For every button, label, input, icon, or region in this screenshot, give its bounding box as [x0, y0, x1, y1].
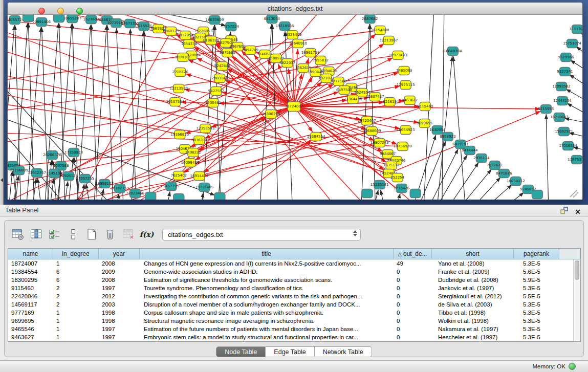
table-row[interactable]: 1872400712008Changes of HCN gene express…: [8, 259, 580, 268]
graph-node[interactable]: 10654112: [507, 177, 525, 186]
graph-node[interactable]: 9115460: [417, 102, 433, 111]
table-scrollbar[interactable]: [573, 259, 580, 341]
graph-node[interactable]: 10688609: [363, 127, 381, 136]
column-header-out_de[interactable]: △out_de...: [394, 249, 432, 259]
graph-node[interactable]: 16210643: [550, 113, 569, 122]
graph-node[interactable]: 20206576: [43, 151, 61, 160]
graph-node[interactable]: 12975115: [397, 81, 415, 90]
table-settings-icon[interactable]: [11, 228, 25, 242]
graph-node[interactable]: 1733426: [394, 184, 410, 193]
graph-node[interactable]: 16154808: [371, 26, 389, 35]
graph-node[interactable]: 9699695: [417, 119, 432, 128]
table-row[interactable]: 2242004622012Investigating the contribut…: [8, 292, 580, 300]
graph-node[interactable]: 24055724: [8, 16, 24, 25]
table-selector-dropdown[interactable]: citations_edges.txt: [162, 229, 361, 240]
graph-node[interactable]: [173, 194, 184, 200]
close-panel-icon[interactable]: ✕: [575, 208, 581, 215]
tab-network-table[interactable]: Network Table: [315, 346, 372, 357]
graph-node[interactable]: [145, 192, 156, 200]
column-header-title[interactable]: title: [140, 249, 394, 259]
graph-node[interactable]: 8813054: [264, 15, 280, 24]
graph-node[interactable]: 12444134: [553, 97, 572, 105]
network-window-titlebar[interactable]: citations_edges.txt: [8, 3, 582, 15]
graph-node[interactable]: [410, 189, 421, 198]
graph-node[interactable]: 12353593: [197, 124, 215, 133]
table-row[interactable]: 911546021997Tourette syndrome. Phenomeno…: [8, 284, 580, 292]
graph-node[interactable]: 16648784: [444, 47, 462, 56]
graph-node[interactable]: 9427552: [208, 87, 224, 96]
graph-node[interactable]: 2803144: [212, 74, 228, 83]
tab-node-table[interactable]: Node Table: [216, 346, 266, 357]
graph-node[interactable]: 2935114: [473, 154, 490, 163]
table-row[interactable]: 946362711997Embryonic stem cells: a mode…: [8, 333, 580, 341]
table-row[interactable]: 946554611997Estimation of the future num…: [8, 325, 580, 333]
svg-text:10973493: 10973493: [389, 54, 407, 58]
column-header-year[interactable]: year: [99, 249, 140, 259]
graph-node[interactable]: 15751074: [563, 39, 581, 48]
graph-node[interactable]: 12213967: [380, 36, 398, 45]
graph-node[interactable]: 7632621: [487, 161, 503, 170]
graph-node[interactable]: 15692971: [555, 127, 573, 136]
graph-node[interactable]: 19166825: [170, 130, 189, 139]
graph-node[interactable]: 9329966: [558, 53, 574, 62]
graph-node[interactable]: 16914479: [190, 172, 209, 181]
graph-node[interactable]: 12093582: [552, 82, 571, 91]
graph-node[interactable]: 2687682: [362, 15, 378, 24]
graph-node[interactable]: 13942757: [28, 169, 46, 178]
graph-node[interactable]: 7857224: [223, 23, 239, 31]
graph-node[interactable]: 18325419: [284, 31, 302, 39]
graph-node[interactable]: 16033809: [206, 16, 224, 25]
graph-node[interactable]: [362, 189, 373, 198]
graph-node[interactable]: 10107554: [166, 98, 184, 106]
graph-node[interactable]: 8471676: [496, 169, 512, 178]
graph-node[interactable]: 7485063: [396, 67, 412, 75]
new-document-icon[interactable]: [84, 228, 98, 242]
graph-node[interactable]: 17016534: [559, 142, 577, 150]
table-scrollbar-thumb[interactable]: [575, 260, 579, 280]
tab-edge-table[interactable]: Edge Table: [266, 346, 314, 357]
float-panel-icon[interactable]: [560, 207, 569, 216]
graph-node[interactable]: 11675334: [568, 156, 582, 164]
select-rows-icon[interactable]: [48, 228, 61, 242]
table-header-row: namein_degreeyeartitle△out_de...shortpag…: [8, 249, 580, 259]
graph-node[interactable]: 7515526: [136, 22, 153, 31]
svg-text:16961758: 16961758: [301, 51, 320, 55]
table-row[interactable]: 1456911722003Disruption of a novel membe…: [8, 300, 580, 309]
function-builder-icon[interactable]: f(x): [140, 228, 154, 242]
graph-node[interactable]: 17359928: [64, 148, 83, 157]
graph-node[interactable]: 9215955: [538, 105, 554, 114]
graph-node[interactable]: 1111304: [569, 25, 582, 34]
graph-node[interactable]: 9227341: [557, 68, 573, 76]
graph-node[interactable]: 19756928: [394, 142, 412, 151]
network-graph-canvas[interactable]: 1872400718325419186409101696175879558121…: [8, 15, 582, 200]
cell-out_de: 0: [394, 325, 432, 333]
graph-node[interactable]: 16654923: [397, 126, 415, 135]
delete-icon[interactable]: [103, 228, 117, 242]
left-panel-divider[interactable]: [0, 0, 4, 205]
graph-node[interactable]: 12213593: [169, 84, 188, 93]
show-column-icon[interactable]: [29, 228, 43, 242]
graph-node[interactable]: 1527602: [83, 15, 99, 24]
svg-text:17016534: 17016534: [559, 144, 577, 148]
graph-node[interactable]: 9463627: [402, 96, 418, 105]
graph-node[interactable]: 2718126: [172, 68, 189, 77]
graph-node[interactable]: 252254: [390, 173, 404, 182]
graph-node[interactable]: 19384554: [307, 133, 325, 141]
graph-node[interactable]: [532, 190, 542, 199]
graph-node[interactable]: 15135141: [371, 181, 389, 189]
column-header-in_degree[interactable]: in_degree: [53, 249, 99, 259]
table-row[interactable]: 969969511998Structural magnetic resonanc…: [8, 317, 580, 325]
column-header-name[interactable]: name: [8, 249, 53, 259]
table-row[interactable]: 1938455462009Genome-wide association stu…: [8, 268, 580, 276]
column-header-pagerank[interactable]: pagerank: [514, 249, 559, 259]
graph-node[interactable]: [214, 193, 225, 200]
graph-node[interactable]: 19716485: [195, 183, 214, 192]
graph-hub-node[interactable]: 18724007: [285, 102, 303, 112]
table-row[interactable]: 1830029562008Estimation of significance …: [8, 276, 580, 284]
table-row[interactable]: 977716911998Corpus callosum shape and si…: [8, 309, 580, 317]
column-header-short[interactable]: short: [432, 249, 514, 259]
graph-node[interactable]: 19218506: [276, 22, 294, 31]
graph-node[interactable]: 621615: [383, 98, 397, 106]
graph-node[interactable]: 9474444: [462, 146, 478, 155]
table-mode-icon[interactable]: [66, 228, 80, 242]
